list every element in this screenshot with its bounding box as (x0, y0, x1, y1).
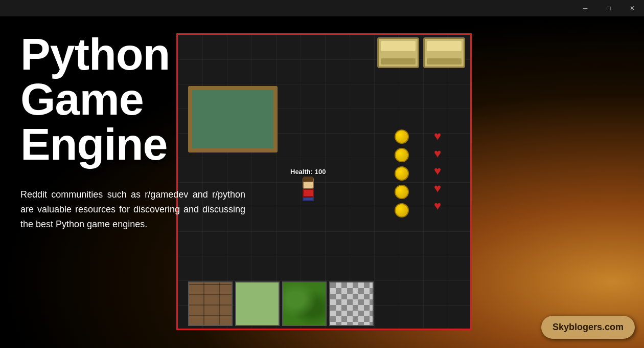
close-button[interactable]: ✕ (620, 0, 644, 16)
bed-1 (377, 37, 419, 68)
bed-2 (423, 37, 465, 68)
tile-grass-dark (282, 281, 327, 326)
heart-4: ♥ (430, 182, 445, 195)
minimize-button[interactable]: ─ (573, 0, 597, 16)
coin-4 (395, 185, 409, 199)
left-panel: Python Game Engine Reddit communities su… (0, 16, 266, 348)
coin-2 (395, 148, 409, 162)
title-bar: ─ □ ✕ (0, 0, 644, 16)
maximize-button[interactable]: □ (597, 0, 620, 16)
char-body (303, 189, 314, 197)
hearts-column: ♥ ♥ ♥ ♥ ♥ (430, 129, 445, 212)
char-hair (303, 177, 313, 182)
character-area: Health: 100 (290, 168, 326, 199)
coin-5 (395, 203, 409, 217)
title-line1: Python Game (20, 29, 170, 124)
health-text: Health: 100 (290, 168, 326, 176)
coin-3 (395, 166, 409, 181)
heart-3: ♥ (430, 164, 445, 178)
tile-checker (329, 281, 374, 326)
main-title: Python Game Engine (20, 32, 245, 167)
description-text: Reddit communities such as r/gamedev and… (20, 187, 245, 231)
coin-1 (395, 129, 409, 144)
heart-5: ♥ (430, 199, 445, 212)
coins-column (395, 129, 409, 217)
heart-1: ♥ (430, 129, 445, 143)
badge-label: Skyblogers.com (553, 322, 624, 332)
title-line2: Engine (20, 119, 167, 169)
char-head (303, 178, 314, 189)
game-character (301, 178, 316, 199)
char-legs (303, 197, 314, 201)
heart-2: ♥ (430, 147, 445, 160)
window-controls: ─ □ ✕ (573, 0, 644, 16)
skyblogers-badge: Skyblogers.com (541, 316, 635, 339)
beds-area (377, 37, 465, 68)
